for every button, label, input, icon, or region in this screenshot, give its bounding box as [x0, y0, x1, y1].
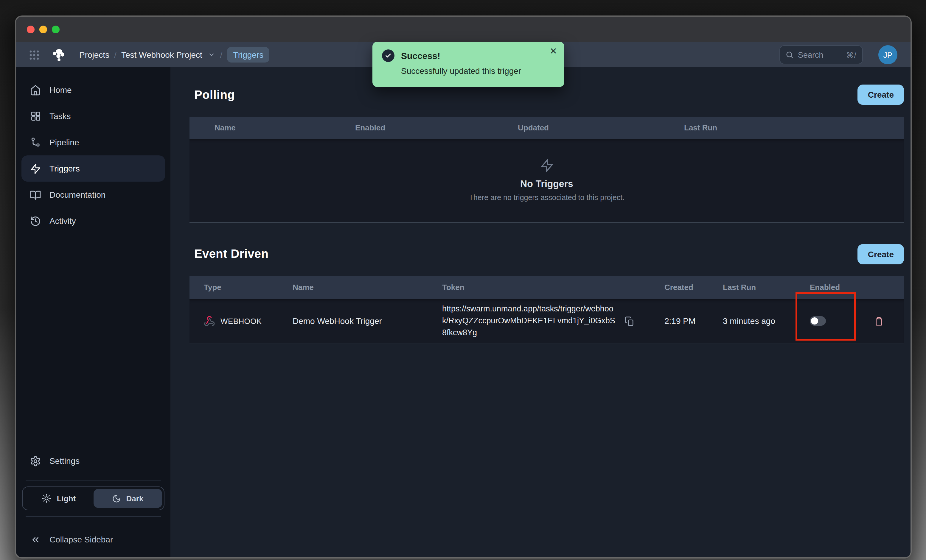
sidebar-item-label: Triggers — [50, 164, 80, 173]
close-window-button[interactable] — [27, 26, 35, 33]
breadcrumb-project-name[interactable]: Test Webhook Project — [121, 50, 202, 60]
search-shortcut: ⌘/ — [846, 50, 857, 59]
polling-column-name: Name — [189, 117, 355, 139]
polling-column-lastrun: Last Run — [684, 117, 904, 139]
minimize-window-button[interactable] — [39, 26, 47, 33]
event-driven-section-title: Event Driven — [194, 247, 268, 261]
event-column-created: Created — [664, 275, 723, 299]
sidebar-item-label: Activity — [50, 216, 76, 226]
success-toast: Success! Successfully updated this trigg… — [372, 42, 564, 87]
app-window: Projects / Test Webhook Project / Trigge… — [16, 17, 911, 557]
polling-column-enabled: Enabled — [355, 117, 518, 139]
lightning-empty-icon — [540, 158, 554, 173]
collapse-sidebar-button[interactable]: Collapse Sidebar — [21, 526, 165, 552]
trigger-token: https://swarm.unmand.app/tasks/trigger/w… — [442, 303, 616, 339]
sidebar-item-label: Tasks — [50, 111, 71, 121]
close-icon[interactable]: ✕ — [550, 47, 557, 55]
avatar[interactable]: JP — [878, 45, 897, 64]
theme-dark-button[interactable]: Dark — [93, 489, 162, 508]
trigger-type: WEBHOOK — [221, 317, 262, 326]
no-triggers-message: There are no triggers associated to this… — [469, 194, 625, 202]
no-triggers-title: No Triggers — [520, 179, 573, 190]
sidebar-divider — [26, 516, 161, 517]
book-open-icon — [30, 189, 41, 200]
trigger-table-row: WEBHOOK Demo WebHook Trigger https://swa… — [189, 299, 904, 344]
event-column-lastrun: Last Run — [723, 275, 810, 299]
history-clock-icon — [30, 215, 41, 226]
screenshot-stage: Projects / Test Webhook Project / Trigge… — [0, 0, 926, 560]
toast-title: Success! — [401, 51, 440, 61]
trigger-created: 2:19 PM — [664, 317, 695, 326]
lightning-icon — [30, 163, 41, 174]
theme-dark-label: Dark — [126, 494, 144, 503]
polling-create-button[interactable]: Create — [858, 85, 904, 105]
trigger-last-run: 3 minutes ago — [723, 317, 775, 326]
polling-empty-state: No Triggers There are no triggers associ… — [189, 139, 904, 222]
sidebar-item-documentation[interactable]: Documentation — [21, 182, 165, 208]
home-icon — [30, 84, 41, 95]
breadcrumb: Projects / Test Webhook Project / Trigge… — [79, 47, 269, 62]
search-box[interactable]: ⌘/ — [779, 45, 863, 64]
breadcrumb-current-triggers[interactable]: Triggers — [227, 47, 269, 62]
chevron-down-icon[interactable] — [208, 51, 215, 58]
moon-icon — [112, 494, 121, 503]
sidebar-item-label: Documentation — [50, 190, 106, 199]
window-titlebar — [16, 17, 911, 42]
sidebar-item-tasks[interactable]: Tasks — [21, 103, 165, 129]
sidebar: Home Tasks Pipeline — [16, 67, 170, 557]
sun-icon — [42, 494, 51, 503]
event-column-token: Token — [442, 275, 664, 299]
traffic-lights — [27, 26, 60, 33]
theme-toggle: Light Dark — [22, 486, 165, 510]
sidebar-item-activity[interactable]: Activity — [21, 208, 165, 234]
swarm-logo-icon[interactable] — [51, 47, 66, 62]
chevrons-left-icon — [30, 534, 41, 545]
toast-message: Successfully updated this trigger — [401, 66, 556, 75]
webhook-icon — [204, 315, 215, 327]
sidebar-item-triggers[interactable]: Triggers — [21, 155, 165, 182]
event-driven-create-button[interactable]: Create — [858, 244, 904, 264]
polling-column-updated: Updated — [518, 117, 684, 139]
main-content: Polling Create Name Enabled Updated Last… — [170, 67, 911, 557]
sidebar-item-home[interactable]: Home — [21, 77, 165, 103]
event-driven-table: Type Name Token Created Last Run Enabled — [189, 275, 904, 344]
event-column-name: Name — [293, 275, 442, 299]
sidebar-item-pipeline[interactable]: Pipeline — [21, 129, 165, 155]
copy-icon[interactable] — [625, 316, 635, 326]
event-column-type: Type — [189, 275, 293, 299]
polling-table: Name Enabled Updated Last Run — [189, 117, 904, 222]
sidebar-divider — [26, 480, 161, 480]
check-circle-icon — [382, 50, 395, 62]
gear-icon — [30, 455, 41, 466]
enabled-toggle[interactable] — [810, 317, 826, 326]
event-column-enabled: Enabled — [810, 275, 874, 299]
breadcrumb-separator: / — [220, 50, 222, 60]
breadcrumb-projects[interactable]: Projects — [79, 50, 109, 60]
zoom-window-button[interactable] — [52, 26, 60, 33]
app-grid-icon[interactable] — [29, 50, 39, 60]
theme-light-label: Light — [57, 494, 76, 503]
polling-section-title: Polling — [194, 88, 235, 101]
tasks-grid-icon — [30, 111, 41, 121]
trigger-name: Demo WebHook Trigger — [293, 317, 382, 326]
theme-light-button[interactable]: Light — [24, 489, 93, 508]
delete-trigger-icon[interactable] — [874, 316, 904, 326]
sidebar-item-label: Settings — [50, 456, 80, 466]
pipeline-icon — [30, 137, 41, 148]
collapse-sidebar-label: Collapse Sidebar — [50, 535, 113, 544]
search-icon — [785, 51, 794, 59]
sidebar-item-label: Pipeline — [50, 137, 79, 147]
breadcrumb-separator: / — [114, 50, 117, 60]
sidebar-item-settings[interactable]: Settings — [21, 448, 165, 474]
sidebar-item-label: Home — [50, 85, 72, 95]
search-input[interactable] — [798, 50, 842, 59]
